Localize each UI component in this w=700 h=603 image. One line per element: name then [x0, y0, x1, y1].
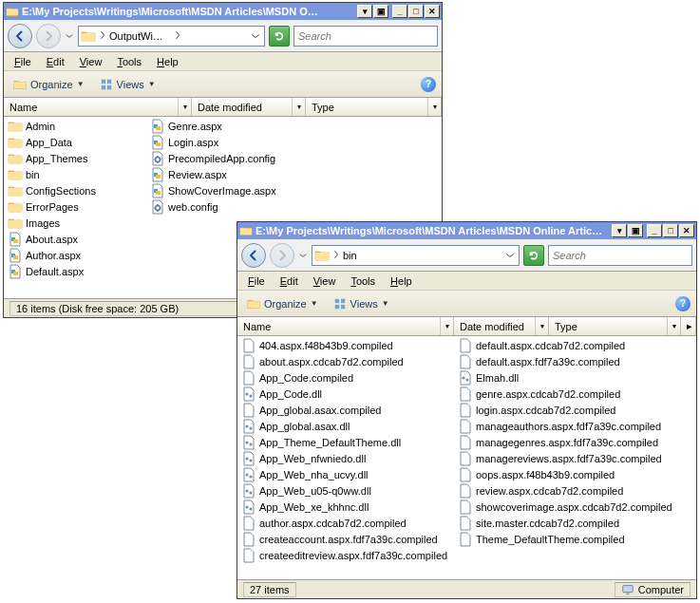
file-item[interactable]: PrecompiledApp.config [148, 151, 338, 166]
back-button[interactable] [241, 243, 266, 268]
file-item[interactable]: site.master.cdcab7d2.compiled [456, 516, 684, 531]
search-input[interactable] [553, 250, 688, 261]
file-item[interactable]: Theme_DefaultTheme.compiled [456, 532, 684, 547]
file-item[interactable]: App_Code.compiled [239, 370, 456, 386]
file-item[interactable]: managereviews.aspx.fdf7a39c.compiled [456, 451, 684, 466]
file-item[interactable]: web.config [148, 199, 338, 215]
folder-item[interactable]: ConfigSections [6, 183, 148, 198]
column-type[interactable]: Type▾ [549, 317, 681, 335]
file-item[interactable]: createaccount.aspx.fdf7a39c.compiled [239, 532, 456, 547]
file-item[interactable]: managegenres.aspx.fdf7a39c.compiled [456, 435, 684, 450]
refresh-button[interactable] [269, 26, 290, 47]
file-item[interactable]: default.aspx.fdf7a39c.compiled [456, 354, 684, 369]
file-item[interactable]: oops.aspx.f48b43b9.compiled [456, 467, 684, 482]
file-item[interactable]: author.aspx.cdcab7d2.compiled [239, 516, 456, 531]
folder-item[interactable]: bin [6, 167, 148, 182]
maximize-button[interactable]: □ [663, 224, 678, 237]
nav-history-dropdown[interactable] [65, 28, 74, 44]
address-dropdown[interactable] [503, 246, 517, 265]
menu-view[interactable]: View [73, 54, 109, 69]
column-filter-dropdown[interactable]: ▾ [427, 98, 441, 116]
file-item[interactable]: default.aspx.cdcab7d2.compiled [456, 338, 684, 353]
file-item[interactable]: ShowCoverImage.aspx [148, 183, 338, 198]
file-item[interactable]: about.aspx.cdcab7d2.compiled [239, 354, 456, 369]
close-button[interactable]: ✕ [425, 5, 440, 18]
column-filter-dropdown[interactable]: ▾ [535, 317, 548, 335]
folder-item[interactable]: App_Themes [6, 151, 148, 166]
forward-button[interactable] [270, 243, 294, 268]
file-item[interactable]: Genre.aspx [148, 119, 338, 134]
titlebar[interactable]: E:\My Projects\Writings\Microsoft\MSDN A… [4, 3, 442, 20]
file-item[interactable]: Review.aspx [148, 167, 338, 182]
menu-tools[interactable]: Tools [344, 273, 382, 289]
column-filter-dropdown[interactable]: ▾ [292, 98, 305, 116]
menu-edit[interactable]: Edit [274, 273, 305, 289]
file-item[interactable]: review.aspx.cdcab7d2.compiled [456, 483, 684, 499]
titlebar[interactable]: E:\My Projects\Writings\Microsoft\MSDN A… [237, 222, 696, 239]
menu-edit[interactable]: Edit [40, 54, 71, 69]
help-button[interactable]: ? [421, 77, 436, 92]
column-name[interactable]: Name▾ [237, 317, 454, 335]
search-input[interactable] [298, 30, 433, 42]
menu-help[interactable]: Help [150, 54, 185, 69]
file-item[interactable]: App_Web_u05-q0ww.dll [239, 483, 456, 499]
folder-item[interactable]: ErrorPages [6, 199, 148, 215]
nav-history-dropdown[interactable] [298, 248, 308, 263]
file-item[interactable]: About.aspx [6, 232, 148, 247]
file-list[interactable]: 404.aspx.f48b43b9.compiledabout.aspx.cdc… [237, 336, 696, 579]
minimize-button[interactable]: _ [392, 5, 407, 18]
toolbar-options-button[interactable]: ▾ [357, 5, 372, 18]
file-item[interactable]: App_global.asax.compiled [239, 403, 456, 418]
file-item[interactable]: Elmah.dll [456, 370, 684, 386]
menu-help[interactable]: Help [384, 273, 419, 289]
file-item[interactable]: showcoverimage.aspx.cdcab7d2.compiled [456, 499, 684, 515]
back-button[interactable] [8, 24, 32, 48]
toolbar-options-button[interactable]: ▾ [612, 224, 627, 237]
folder-item[interactable]: App_Data [6, 135, 148, 150]
column-scroll-right[interactable]: ▸ [681, 317, 696, 335]
file-item[interactable]: login.aspx.cdcab7d2.compiled [456, 403, 684, 418]
file-item[interactable]: App_global.asax.dll [239, 419, 456, 434]
column-filter-dropdown[interactable]: ▾ [178, 98, 191, 116]
address-bar[interactable]: OutputWi… [78, 26, 265, 47]
file-item[interactable]: createeditreview.aspx.fdf7a39c.compiled [239, 548, 456, 563]
chevron-right-icon[interactable] [100, 30, 105, 42]
help-button[interactable]: ? [675, 296, 691, 311]
file-item[interactable]: genre.aspx.cdcab7d2.compiled [456, 386, 684, 402]
views-button[interactable]: Views ▼ [330, 295, 393, 312]
address-bar[interactable]: bin [312, 245, 520, 266]
path-segment[interactable]: OutputWi… [109, 30, 171, 42]
column-name[interactable]: Name▾ [4, 98, 192, 116]
maximize-button[interactable]: □ [408, 5, 424, 18]
pin-button[interactable]: ▣ [373, 5, 388, 18]
file-item[interactable]: App_Web_xe_khhnc.dll [239, 499, 456, 515]
forward-button[interactable] [36, 24, 61, 48]
chevron-right-icon[interactable] [333, 250, 339, 261]
file-item[interactable]: App_Web_nha_ucvy.dll [239, 467, 456, 482]
pin-button[interactable]: ▣ [628, 224, 643, 237]
organize-button[interactable]: Organize ▼ [243, 295, 322, 312]
file-item[interactable]: App_Theme_DefaultTheme.dll [239, 435, 456, 450]
file-item[interactable]: App_Code.dll [239, 386, 456, 402]
column-date[interactable]: Date modified▾ [454, 317, 549, 335]
file-item[interactable]: Login.aspx [148, 135, 338, 150]
path-segment[interactable]: bin [343, 250, 420, 261]
chevron-right-icon[interactable] [175, 30, 180, 42]
address-dropdown[interactable] [249, 27, 262, 46]
views-button[interactable]: Views ▼ [96, 76, 160, 93]
column-type[interactable]: Type▾ [306, 98, 442, 116]
file-item[interactable]: App_Web_nfwniedo.dll [239, 451, 456, 466]
search-box[interactable] [293, 26, 438, 47]
file-item[interactable]: manageauthors.aspx.fdf7a39c.compiled [456, 419, 684, 434]
menu-file[interactable]: File [241, 273, 272, 289]
file-item[interactable]: Default.aspx [6, 264, 148, 279]
menu-file[interactable]: File [8, 54, 38, 69]
column-date[interactable]: Date modified▾ [192, 98, 306, 116]
folder-item[interactable]: Admin [6, 119, 148, 134]
menu-view[interactable]: View [307, 273, 343, 289]
search-box[interactable] [548, 245, 692, 266]
refresh-button[interactable] [523, 245, 544, 266]
menu-tools[interactable]: Tools [110, 54, 148, 69]
minimize-button[interactable]: _ [647, 224, 662, 237]
organize-button[interactable]: Organize ▼ [9, 76, 88, 93]
